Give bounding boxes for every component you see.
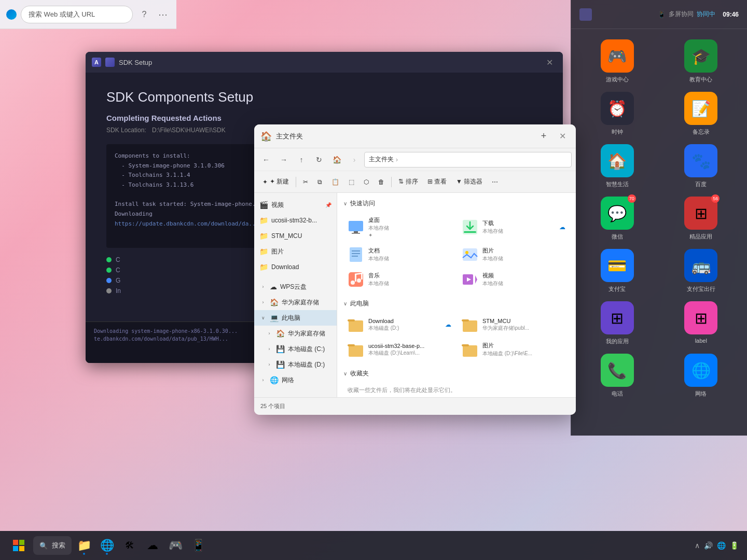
pics-icon — [462, 246, 478, 263]
app-item-教育中心[interactable]: 🎓教育中心 — [663, 39, 739, 83]
toolbar-share-button[interactable]: ⬡ — [359, 175, 373, 189]
start-button[interactable] — [8, 535, 29, 556]
toolbar-filter-button[interactable]: ▼ 筛选器 — [452, 175, 487, 189]
app-item-备忘录[interactable]: 📝备忘录 — [663, 92, 739, 136]
sidebar-item-video[interactable]: 🎬 视频 📌 — [254, 197, 337, 213]
app-item-我的应用[interactable]: ⊞我的应用 — [579, 301, 655, 345]
app-icon-11: ⊞ — [684, 301, 717, 334]
explorer-new-tab-button[interactable]: + — [536, 129, 551, 144]
app-item-label[interactable]: ⊞label — [663, 301, 739, 345]
pc-item-ucosii[interactable]: ucosii-stm32-base-p... 本地磁盘 (D:)\Learn\.… — [343, 338, 455, 361]
sidebar-item-network[interactable]: › 🌐 网络 — [254, 372, 337, 388]
toolbar-view-button[interactable]: ⊞ 查看 — [423, 175, 451, 189]
sidebar-item-hwsub[interactable]: › 🏠 华为家庭存储 — [254, 326, 337, 341]
app-label-9: 支付宝出行 — [687, 285, 715, 293]
qa-item-docs[interactable]: 文档 本地存储 — [343, 243, 455, 266]
qa-item-desktop[interactable]: 桌面 本地存储 ✦ — [343, 213, 455, 241]
windows-logo — [13, 540, 24, 551]
app-item-百度[interactable]: 🐾百度 — [663, 144, 739, 188]
svg-point-10 — [465, 251, 468, 254]
toolbar-sort-button[interactable]: ⇅ 排序 — [394, 175, 422, 189]
sidebar-item-download[interactable]: 📁 Download — [254, 259, 337, 275]
taskbar-app-phone[interactable]: 📱 — [188, 535, 209, 556]
toolbar-delete-button[interactable]: 🗑 — [374, 175, 389, 189]
explorer-toolbar: ✦ ✦ 新建 ✂ ⧉ 📋 ⬚ ⬡ 🗑 ⇅ 排序 ⊞ 查看 ▼ 筛选器 ⋯ — [254, 171, 576, 193]
nav-home-button[interactable]: 🏠 — [329, 152, 344, 167]
toolbar-copy-button[interactable]: ⧉ — [313, 175, 326, 189]
explorer-close-button[interactable]: ✕ — [555, 129, 570, 144]
pc-item-pics[interactable]: 图片 本地磁盘 (D:)\File\E... — [458, 338, 570, 361]
url-bar[interactable]: 搜索 Web 或键入 URL — [21, 6, 133, 23]
arrow-up-icon[interactable]: ∧ — [695, 541, 700, 550]
sidebar-item-cdrive[interactable]: › 💾 本地磁盘 (C:) — [254, 341, 337, 357]
toolbar-sep-2 — [391, 177, 392, 187]
qa-item-video[interactable]: 视频 本地存储 — [458, 268, 570, 291]
svg-rect-36 — [13, 546, 18, 551]
music-icon — [348, 271, 364, 288]
app-label-0: 游戏中心 — [606, 76, 629, 83]
this-pc-header[interactable]: ∨ 此电脑 — [343, 299, 570, 308]
toolbar-paste-button[interactable]: 📋 — [327, 175, 343, 189]
pc-download-cloud: ☁ — [445, 321, 451, 328]
toolbar-cut-button[interactable]: ✂ — [299, 175, 312, 189]
app-item-智慧生活[interactable]: 🏠智慧生活 — [579, 144, 655, 188]
app-item-支付宝出行[interactable]: 🚌支付宝出行 — [663, 249, 739, 293]
app-badge-6: 70 — [628, 194, 636, 203]
sdk-close-button[interactable]: ✕ — [542, 55, 557, 69]
browser-help-button[interactable]: ? — [137, 7, 151, 22]
qa-item-pics[interactable]: 图片 本地存储 — [458, 243, 570, 266]
pc-ucosii-info: ucosii-stm32-base-p... 本地磁盘 (D:)\Learn\.… — [368, 343, 451, 357]
taskbar-app-deveco[interactable]: 🛠 — [119, 535, 140, 556]
desktop-name: 桌面 — [368, 216, 451, 224]
taskbar-search-bar[interactable]: 🔍 搜索 — [33, 536, 72, 555]
new-icon: ✦ — [262, 178, 268, 186]
quick-access-header[interactable]: ∨ 快速访问 — [343, 199, 570, 208]
app-item-时钟[interactable]: ⏰时钟 — [579, 92, 655, 136]
pc-item-stm[interactable]: STM_MCU 华为家庭存储\publ... — [458, 313, 570, 336]
desktop-pin: ✦ — [368, 232, 451, 238]
app-grid: 🎮游戏中心🎓教育中心⏰时钟📝备忘录🏠智慧生活🐾百度💬70微信⊞56精品应用💳支付… — [571, 29, 747, 408]
sdk-location-path: D:\File\SDK\HUAWEI\SDK — [152, 127, 226, 134]
toolbar-rename-button[interactable]: ⬚ — [344, 175, 358, 189]
taskbar-app-game[interactable]: 🎮 — [165, 535, 186, 556]
sidebar-item-huawei-home[interactable]: › 🏠 华为家庭存储 — [254, 295, 337, 310]
nav-up-button[interactable]: ↑ — [294, 152, 309, 167]
toolbar-sep-1 — [296, 177, 296, 187]
app-item-精品应用[interactable]: ⊞56精品应用 — [663, 197, 739, 241]
app-item-支付宝[interactable]: 💳支付宝 — [579, 249, 655, 293]
app-item-网络[interactable]: 🌐网络 — [663, 354, 739, 398]
sidebar-item-stm[interactable]: 📁 STM_MCU — [254, 228, 337, 244]
nav-back-button[interactable]: ← — [258, 152, 274, 167]
battery-icon[interactable]: 🔋 — [730, 541, 739, 550]
collections-header[interactable]: ∨ 收藏夹 — [343, 369, 570, 378]
app-item-电话[interactable]: 📞电话 — [579, 354, 655, 398]
edge-browser-icon — [6, 9, 17, 20]
network-status-icon[interactable]: 🌐 — [717, 541, 726, 550]
game-icon: 🎮 — [169, 539, 183, 552]
sidebar-item-wps[interactable]: › ☁ WPS云盘 — [254, 279, 337, 295]
browser-more-button[interactable]: ⋯ — [156, 7, 170, 22]
taskbar-app-edge[interactable]: 🌐 — [96, 535, 117, 556]
sidebar-item-this-pc[interactable]: ∨ 💻 此电脑 — [254, 310, 337, 326]
pc-item-download[interactable]: Download 本地磁盘 (D:) ☁ — [343, 313, 455, 336]
this-pc-icon: 💻 — [270, 314, 279, 322]
search-icon: 🔍 — [39, 542, 48, 550]
app-label-6: 微信 — [612, 233, 623, 241]
taskbar-app-huawei[interactable]: ☁ — [142, 535, 163, 556]
nav-breadcrumb[interactable]: 主文件夹 › — [364, 152, 572, 167]
qa-item-music[interactable]: 音乐 本地存储 — [343, 268, 455, 291]
explorer-folder-icon: 🏠 — [260, 131, 272, 142]
sidebar-item-ucosii[interactable]: 📁 ucosii-stm32-b... — [254, 213, 337, 228]
taskbar-app-explorer[interactable]: 📁 — [74, 535, 94, 556]
qa-item-download[interactable]: 下载 本地存储 ☁ — [458, 213, 570, 241]
docs-info: 文档 本地存储 — [368, 247, 451, 262]
toolbar-new-button[interactable]: ✦ ✦ 新建 — [258, 175, 293, 189]
toolbar-more-button[interactable]: ⋯ — [488, 175, 502, 189]
app-item-游戏中心[interactable]: 🎮游戏中心 — [579, 39, 655, 83]
app-item-微信[interactable]: 💬70微信 — [579, 197, 655, 241]
volume-icon[interactable]: 🔊 — [704, 541, 713, 550]
nav-forward-button[interactable]: → — [276, 152, 292, 167]
sidebar-item-ddrive[interactable]: › 💾 本地磁盘 (D:) — [254, 357, 337, 372]
sidebar-item-pictures[interactable]: 📁 图片 — [254, 244, 337, 259]
nav-refresh-button[interactable]: ↻ — [311, 152, 327, 167]
